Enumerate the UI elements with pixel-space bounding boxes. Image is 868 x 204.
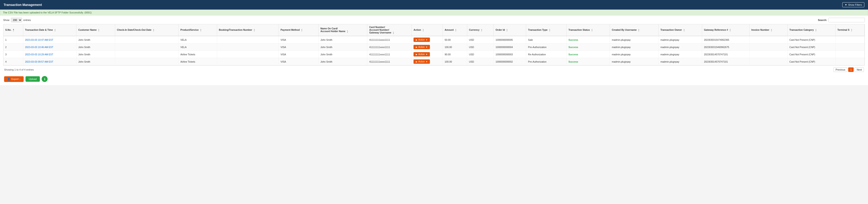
cell-gateway-ref: 20230301457​0747101 xyxy=(702,58,749,65)
col-booking-txn-number[interactable]: Booking/Transaction Number ▲▼ xyxy=(217,24,279,36)
banner-message: The CSV File has been uploaded to the VE… xyxy=(3,11,92,14)
cell-txn-datetime: 2023-03-03 10:47 AM EST xyxy=(23,36,76,43)
table-header-row: S.No. ▲▼ Transaction Date & Time ▲▼ Cust… xyxy=(3,24,865,36)
play-icon: ▶ xyxy=(416,39,417,41)
col-txn-datetime[interactable]: Transaction Date & Time ▲▼ xyxy=(23,24,76,36)
pagination-row: Showing 1 to 4 of 4 entries Previous 1 N… xyxy=(3,65,865,74)
col-invoice-number[interactable]: Invoice Number ▲▼ xyxy=(749,24,787,36)
col-currency[interactable]: Currency ▲▼ xyxy=(467,24,494,36)
cell-terminal-s xyxy=(835,58,864,65)
col-customer-name[interactable]: Customer Name ▲▼ xyxy=(76,24,115,36)
cell-txn-category: Card Not Present (CNP) xyxy=(787,43,835,51)
show-label: Show xyxy=(3,19,9,21)
cell-terminal-s xyxy=(835,51,864,58)
txn-datetime-link[interactable]: 2023-03-03 09:57 AM EST xyxy=(25,60,53,63)
cell-card-number: 41111111xxxx1111 xyxy=(367,51,412,58)
col-gateway-ref[interactable]: Gateway Reference # ▲▼ xyxy=(702,24,749,36)
cell-txn-type: Sale xyxy=(526,36,567,43)
cell-txn-owner: madmin.plugnpay xyxy=(658,36,702,43)
dropdown-arrow-icon: ▼ xyxy=(426,61,428,63)
filter-icon: ▼ xyxy=(845,3,847,6)
cell-invoice-number xyxy=(749,36,787,43)
cell-terminal-s xyxy=(835,43,864,51)
cell-gateway-ref: 20230303154609​62675 xyxy=(702,43,749,51)
cell-order-id: 1000000000004 xyxy=(494,43,526,51)
cell-sno: 3 xyxy=(3,51,23,58)
action-button[interactable]: ▶ Action ▼ xyxy=(413,45,430,49)
cell-booking-txn-number xyxy=(217,43,279,51)
upload-button[interactable]: Upload xyxy=(26,76,40,82)
success-banner: The CSV File has been uploaded to the VE… xyxy=(0,9,868,16)
show-filters-button[interactable]: ▼ Show Filters xyxy=(842,2,864,7)
action-button[interactable]: ▶ Action ▼ xyxy=(413,52,430,56)
cell-action: ▶ Action ▼ xyxy=(412,51,443,58)
col-card-number[interactable]: Card Number/Account Number/Gateway Usern… xyxy=(367,24,412,36)
play-icon: ▶ xyxy=(416,46,417,48)
col-txn-owner[interactable]: Transaction Owner ▲▼ xyxy=(658,24,702,36)
entries-select[interactable]: 10 25 50 100 200 xyxy=(11,18,22,22)
cell-order-id: 1000000000005 xyxy=(494,36,526,43)
cell-booking-txn-number xyxy=(217,36,279,43)
status-badge: Success xyxy=(568,60,578,63)
cell-amount: 100.00 xyxy=(443,58,467,65)
cell-customer-name: John Smith xyxy=(76,58,115,65)
col-txn-status[interactable]: Transaction Status ▲▼ xyxy=(566,24,610,36)
col-action[interactable]: Action ▲▼ xyxy=(412,24,443,36)
col-txn-type[interactable]: Transaction Type ▲▼ xyxy=(526,24,567,36)
col-terminal-s[interactable]: Terminal S ▲▼ xyxy=(835,24,864,36)
action-label: Action xyxy=(418,60,425,63)
action-label: Action xyxy=(418,38,425,41)
cell-product-service: Airline Tickets xyxy=(179,58,217,65)
col-txn-category[interactable]: Transaction Category ▲▼ xyxy=(787,24,835,36)
col-payment-method[interactable]: Payment Method ▲▼ xyxy=(279,24,318,36)
cell-txn-status: Success xyxy=(566,43,610,51)
show-entries-control: Show 10 25 50 100 200 entries xyxy=(3,18,31,22)
txn-datetime-link[interactable]: 2023-03-03 10:47 AM EST xyxy=(25,38,53,41)
cell-txn-datetime: 2023-03-03 10:46 AM EST xyxy=(23,43,76,51)
cell-sno: 4 xyxy=(3,58,23,65)
cell-action: ▶ Action ▼ xyxy=(412,36,443,43)
page-1-button[interactable]: 1 xyxy=(848,67,854,72)
cell-checkin-date xyxy=(115,36,179,43)
next-button[interactable]: Next xyxy=(855,67,864,72)
cell-card-number: 41111111xxxx1111 xyxy=(367,43,412,51)
show-filters-label: Show Filters xyxy=(848,3,862,6)
previous-button[interactable]: Previous xyxy=(833,67,847,72)
search-input[interactable] xyxy=(828,18,865,22)
cell-created-by: madmin.plugnpay xyxy=(610,36,659,43)
txn-datetime-link[interactable]: 2023-03-03 10:29 AM EST xyxy=(25,53,53,56)
table-row: 2 2023-03-03 10:46 AM EST John Smith VEL… xyxy=(3,43,865,51)
cell-gateway-ref: 20230301457​07​47101 xyxy=(702,51,749,58)
cell-payment-method: VISA xyxy=(279,36,318,43)
cell-customer-name: John Smith xyxy=(76,51,115,58)
col-order-id[interactable]: Order Id ▲▼ xyxy=(494,24,526,36)
txn-datetime-link[interactable]: 2023-03-03 10:46 AM EST xyxy=(25,46,53,49)
entries-label: entries xyxy=(24,19,31,21)
cell-payment-method: VISA xyxy=(279,58,318,65)
status-badge: Success xyxy=(568,46,578,49)
col-checkin-date[interactable]: Check-In Date/Check-Out Date ▲▼ xyxy=(115,24,179,36)
status-badge: Success xyxy=(568,53,578,56)
col-product-service[interactable]: Product/Service ▲▼ xyxy=(179,24,217,36)
export-label: Export ↓ xyxy=(11,78,21,80)
cell-booking-txn-number xyxy=(217,58,279,65)
col-name-on-card[interactable]: Name On Card/Account Holder Name ▲▼ xyxy=(318,24,367,36)
info-button[interactable]: ℹ xyxy=(42,76,48,82)
cell-action: ▶ Action ▼ xyxy=(412,58,443,65)
cell-invoice-number xyxy=(749,51,787,58)
col-created-by[interactable]: Created By Username ▲▼ xyxy=(610,24,659,36)
pagination-info: Showing 1 to 4 of 4 entries xyxy=(4,68,34,71)
table-row: 3 2023-03-03 10:29 AM EST John Smith Air… xyxy=(3,51,865,58)
cell-amount: 50.00 xyxy=(443,36,467,43)
cell-currency: USD xyxy=(467,51,494,58)
action-button[interactable]: ▶ Action ▼ xyxy=(413,59,430,64)
export-button[interactable]: 👤 Export ↓ xyxy=(4,76,24,82)
cell-txn-type: Pre-Authorization xyxy=(526,43,567,51)
action-label: Action xyxy=(418,46,425,48)
play-icon: ▶ xyxy=(416,53,417,56)
col-sno[interactable]: S.No. ▲▼ xyxy=(3,24,23,36)
cell-txn-status: Success xyxy=(566,58,610,65)
cell-txn-owner: madmin.plugnpay xyxy=(658,43,702,51)
action-button[interactable]: ▶ Action ▼ xyxy=(413,37,430,42)
col-amount[interactable]: Amount ▲▼ xyxy=(443,24,467,36)
